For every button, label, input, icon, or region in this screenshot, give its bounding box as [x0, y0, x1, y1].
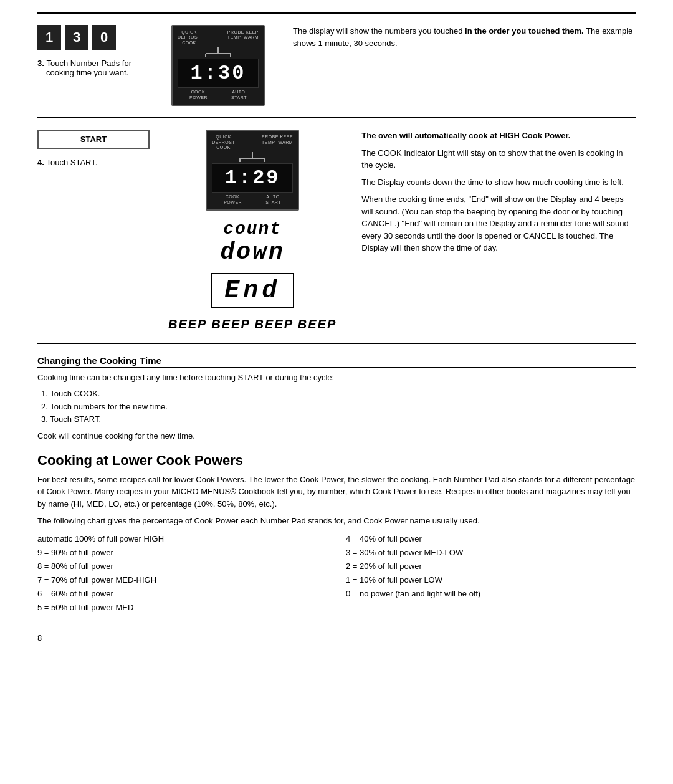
changing-step-3: 3. Touch START.	[41, 413, 636, 426]
number-pads: 1 3 0	[37, 25, 116, 50]
oven-antenna-icon	[199, 47, 237, 57]
power-row-0: 0 = no power (fan and light will be off)	[346, 587, 636, 601]
power-row-9: 9 = 90% of full power	[37, 546, 327, 560]
num-pad-3[interactable]: 3	[65, 25, 88, 50]
num-pad-1[interactable]: 1	[37, 25, 61, 50]
oven-temp-label: TEMP WARM	[227, 35, 259, 40]
power-col-right: 4 = 40% of full power 3 = 30% of full po…	[346, 532, 636, 615]
num-pad-0[interactable]: 0	[92, 25, 116, 50]
power-row-6: 6 = 60% of full power	[37, 587, 327, 601]
down-text: down	[221, 239, 285, 265]
section2-heading: The oven will automatically cook at HIGH…	[361, 130, 636, 142]
changing-desc: Cooking time can be changed any time bef…	[37, 371, 636, 384]
lower-title: Cooking at Lower Cook Powers	[37, 452, 636, 469]
page-number: 8	[37, 633, 636, 643]
oven-cook-label: COOK	[182, 41, 196, 45]
oven-cook-bottom: COOK	[191, 90, 206, 94]
oven-auto-bottom: AUTO	[232, 90, 245, 94]
oven-start-bottom: START	[231, 95, 247, 100]
section1: 1 3 0 3. Touch Number Pads for cooking t…	[37, 12, 636, 118]
section2-left: START 4. Touch START.	[37, 130, 150, 167]
section1-left: 1 3 0 3. Touch Number Pads for cooking t…	[37, 25, 150, 77]
power-row-7: 7 = 70% of full power MED-HIGH	[37, 573, 327, 587]
power-row-3: 3 = 30% of full power MED-LOW	[346, 546, 636, 560]
oven-label-left: QUICK DEFROST COOK	[178, 30, 201, 45]
oven-top-labels: QUICK DEFROST COOK PROBE KEEP TEMP WARM	[178, 30, 259, 45]
oven-panel-2: QUICK DEFROST COOK PROBE KEEP TEMP WARM …	[206, 130, 299, 211]
oven-display-1: QUICK DEFROST COOK PROBE KEEP TEMP WARM	[168, 25, 268, 106]
step3-label: 3. Touch Number Pads for cooking time yo…	[37, 59, 131, 77]
oven-antenna-icon-2	[234, 152, 271, 162]
oven-defrost-label: DEFROST	[178, 35, 201, 40]
lower-desc2: The following chart gives the percentage…	[37, 515, 636, 527]
power-row-auto: automatic 100% of full power HIGH	[37, 532, 327, 546]
oven-power-bottom: POWER	[189, 95, 208, 100]
beep-display: BEEP BEEP BEEP BEEP	[168, 317, 336, 332]
power-row-4: 4 = 40% of full power	[346, 532, 636, 546]
section2-desc3: When the cooking time ends, "End" will s…	[361, 193, 636, 254]
oven-time-display-2: 1:29	[212, 163, 293, 193]
oven-bottom-labels-2: POWER START	[178, 95, 259, 100]
changing-steps: 1. Touch COOK. 2. Touch numbers for the …	[41, 388, 636, 426]
end-display: End	[211, 273, 294, 308]
section1-desc: The display will show the numbers you to…	[287, 25, 636, 49]
end-text: End	[224, 277, 280, 305]
power-row-5: 5 = 50% of full power MED	[37, 601, 327, 614]
count-down-text: count down	[221, 219, 285, 265]
section2: START 4. Touch START. QUICK DEFROST COOK…	[37, 118, 636, 344]
changing-step-1: 1. Touch COOK.	[41, 388, 636, 401]
oven-label-right: PROBE KEEP TEMP WARM	[227, 30, 259, 45]
section2-desc: The oven will automatically cook at HIGH…	[355, 130, 636, 258]
oven-panel-1: QUICK DEFROST COOK PROBE KEEP TEMP WARM	[171, 25, 265, 106]
oven-bottom-labels-1: COOK AUTO	[178, 90, 259, 94]
lower-desc1: For best results, some recipes call for …	[37, 474, 636, 510]
power-col-left: automatic 100% of full power HIGH 9 = 90…	[37, 532, 327, 615]
count-text: count	[221, 219, 285, 239]
power-row-2: 2 = 20% of full power	[346, 560, 636, 573]
changing-footer: Cook will continue cooking for the new t…	[37, 430, 636, 442]
power-chart: automatic 100% of full power HIGH 9 = 90…	[37, 532, 636, 615]
section2-desc2: The Display counts down the time to show…	[361, 176, 636, 189]
section2-desc1: The COOK Indicator Light will stay on to…	[361, 147, 636, 171]
changing-step-2: 2. Touch numbers for the new time.	[41, 401, 636, 414]
section1-desc-text: The display will show the numbers you to…	[293, 25, 636, 49]
section2-middle: QUICK DEFROST COOK PROBE KEEP TEMP WARM …	[168, 130, 336, 332]
power-row-8: 8 = 80% of full power	[37, 560, 327, 573]
changing-title: Changing the Cooking Time	[37, 355, 636, 368]
step4-label: 4. Touch START.	[37, 158, 150, 167]
oven-quick-label: QUICK	[181, 30, 197, 35]
lower-section: Cooking at Lower Cook Powers For best re…	[37, 452, 636, 615]
changing-section: Changing the Cooking Time Cooking time c…	[37, 355, 636, 442]
oven-time-display-1: 1:30	[178, 59, 259, 88]
oven-probe-label: PROBE KEEP	[227, 30, 259, 35]
oven-top-labels-2: QUICK DEFROST COOK PROBE KEEP TEMP WARM	[212, 135, 293, 150]
power-row-1: 1 = 10% of full power LOW	[346, 573, 636, 587]
start-button[interactable]: START	[37, 130, 150, 149]
